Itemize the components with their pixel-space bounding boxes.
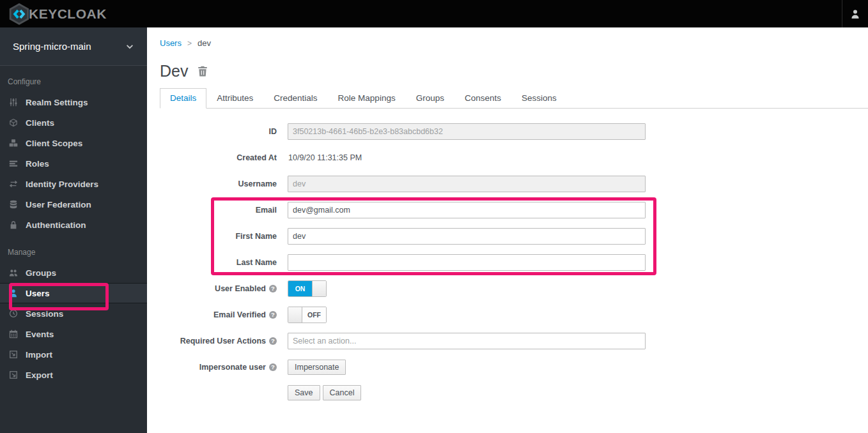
sidebar-item-label: Authentication bbox=[26, 220, 86, 230]
form-row-impersonate: Impersonate user ? Impersonate bbox=[160, 359, 855, 376]
realm-selector[interactable]: Spring-micro-main bbox=[0, 27, 147, 66]
list-icon bbox=[8, 159, 19, 168]
tab-credentials[interactable]: Credentials bbox=[263, 88, 327, 109]
tab-groups[interactable]: Groups bbox=[406, 88, 454, 109]
breadcrumb-current: dev bbox=[198, 38, 211, 48]
form-row-email-verified: Email Verified ? OFF bbox=[160, 307, 855, 323]
chevron-down-icon bbox=[125, 42, 134, 51]
username-label: Username bbox=[238, 179, 277, 188]
impersonate-button[interactable]: Impersonate bbox=[288, 360, 346, 375]
toggle-knob bbox=[288, 307, 302, 323]
sidebar-item-authentication[interactable]: Authentication bbox=[0, 215, 147, 235]
email-field[interactable] bbox=[288, 202, 646, 218]
sidebar-item-clients[interactable]: Clients bbox=[0, 112, 147, 133]
form-row-created-at: Created At 10/9/20 11:31:35 PM bbox=[160, 149, 855, 166]
brand-name: KEYCLOAK bbox=[29, 7, 107, 20]
help-icon[interactable]: ? bbox=[269, 311, 277, 319]
help-icon[interactable]: ? bbox=[269, 363, 277, 371]
cancel-button[interactable]: Cancel bbox=[323, 385, 362, 400]
keycloak-logo[interactable]: KEYCLOAK bbox=[0, 2, 107, 26]
email-verified-toggle[interactable]: OFF bbox=[288, 307, 327, 323]
sidebar-item-label: Users bbox=[26, 289, 50, 298]
sidebar-item-label: Roles bbox=[26, 159, 49, 169]
trash-icon bbox=[197, 65, 208, 77]
tab-sessions[interactable]: Sessions bbox=[511, 88, 567, 109]
email-verified-label: Email Verified bbox=[213, 310, 266, 319]
sidebar-item-groups[interactable]: Groups bbox=[0, 262, 147, 283]
database-icon bbox=[8, 200, 19, 209]
sidebar-item-users[interactable]: Users bbox=[0, 283, 147, 303]
user-details-form: ID Created At 10/9/20 11:31:35 PM Userna… bbox=[160, 123, 855, 400]
sidebar-item-identity-providers[interactable]: Identity Providers bbox=[0, 174, 147, 194]
impersonate-user-label: Impersonate user bbox=[199, 363, 266, 372]
username-field bbox=[288, 176, 646, 192]
sidebar: Spring-micro-main Configure Realm Settin… bbox=[0, 27, 147, 433]
cube-icon bbox=[8, 118, 19, 127]
sidebar-item-label: Import bbox=[26, 350, 52, 360]
sidebar-item-import[interactable]: Import bbox=[0, 344, 147, 365]
user-icon bbox=[8, 289, 19, 298]
lock-icon bbox=[8, 220, 19, 229]
nav-section-configure: Configure Realm Settings Clients bbox=[0, 77, 147, 235]
sidebar-item-realm-settings[interactable]: Realm Settings bbox=[0, 92, 147, 112]
help-icon[interactable]: ? bbox=[269, 285, 277, 292]
breadcrumb-users-link[interactable]: Users bbox=[160, 38, 182, 48]
top-header-bar: KEYCLOAK bbox=[0, 0, 868, 27]
account-menu-button[interactable] bbox=[842, 0, 868, 27]
sidebar-item-label: Identity Providers bbox=[26, 179, 98, 189]
toggle-knob bbox=[312, 281, 326, 296]
id-label: ID bbox=[269, 127, 277, 136]
delete-user-button[interactable] bbox=[197, 65, 208, 77]
export-icon bbox=[8, 370, 19, 379]
sidebar-item-client-scopes[interactable]: Client Scopes bbox=[0, 133, 147, 153]
user-account-icon bbox=[850, 9, 860, 19]
calendar-icon bbox=[8, 330, 19, 338]
sidebar-item-sessions[interactable]: Sessions bbox=[0, 303, 147, 324]
group-icon bbox=[8, 268, 19, 277]
sidebar-item-label: User Federation bbox=[26, 200, 91, 209]
created-at-label: Created At bbox=[236, 153, 277, 162]
created-at-value: 10/9/20 11:31:35 PM bbox=[288, 153, 362, 162]
sidebar-item-label: Groups bbox=[26, 268, 56, 278]
sidebar-item-label: Export bbox=[26, 370, 53, 380]
toggle-off-label: OFF bbox=[302, 307, 326, 323]
form-row-id: ID bbox=[160, 123, 855, 140]
tab-bar: Details Attributes Credentials Role Mapp… bbox=[160, 88, 868, 109]
user-enabled-toggle[interactable]: ON bbox=[288, 280, 327, 297]
last-name-field[interactable] bbox=[288, 254, 646, 271]
required-user-actions-label: Required User Actions bbox=[180, 337, 266, 346]
sidebar-item-user-federation[interactable]: User Federation bbox=[0, 194, 147, 215]
form-row-email: Email bbox=[160, 202, 855, 218]
nav-heading-configure: Configure bbox=[0, 77, 147, 92]
sidebar-item-roles[interactable]: Roles bbox=[0, 153, 147, 174]
tab-consents[interactable]: Consents bbox=[454, 88, 511, 109]
email-label: Email bbox=[256, 206, 277, 215]
first-name-label: First Name bbox=[235, 232, 277, 241]
page-title-row: Dev bbox=[160, 61, 855, 80]
nav-heading-manage: Manage bbox=[0, 248, 147, 262]
sidebar-item-export[interactable]: Export bbox=[0, 365, 147, 385]
main-content: Users > dev Dev Details Attributes Crede… bbox=[147, 27, 868, 433]
sidebar-item-label: Client Scopes bbox=[26, 139, 82, 148]
help-icon[interactable]: ? bbox=[269, 337, 277, 345]
realm-name: Spring-micro-main bbox=[13, 41, 91, 52]
tab-role-mappings[interactable]: Role Mappings bbox=[328, 88, 406, 109]
id-field bbox=[288, 123, 646, 140]
cubes-icon bbox=[8, 139, 19, 148]
form-row-first-name: First Name bbox=[160, 228, 855, 245]
import-icon bbox=[8, 350, 19, 359]
form-actions: Save Cancel bbox=[288, 385, 855, 400]
form-row-user-enabled: User Enabled ? ON bbox=[160, 280, 855, 297]
form-row-required-user-actions: Required User Actions ? bbox=[160, 333, 855, 349]
required-user-actions-field[interactable] bbox=[288, 333, 646, 349]
tab-attributes[interactable]: Attributes bbox=[206, 88, 263, 109]
user-enabled-label: User Enabled bbox=[215, 284, 266, 293]
first-name-field[interactable] bbox=[288, 228, 646, 245]
sliders-icon bbox=[8, 98, 19, 107]
save-button[interactable]: Save bbox=[288, 385, 320, 400]
breadcrumb-separator: > bbox=[187, 39, 192, 48]
form-row-last-name: Last Name bbox=[160, 254, 855, 271]
nav-section-manage: Manage Groups Users bbox=[0, 248, 147, 385]
tab-details[interactable]: Details bbox=[160, 88, 206, 109]
sidebar-item-events[interactable]: Events bbox=[0, 324, 147, 344]
